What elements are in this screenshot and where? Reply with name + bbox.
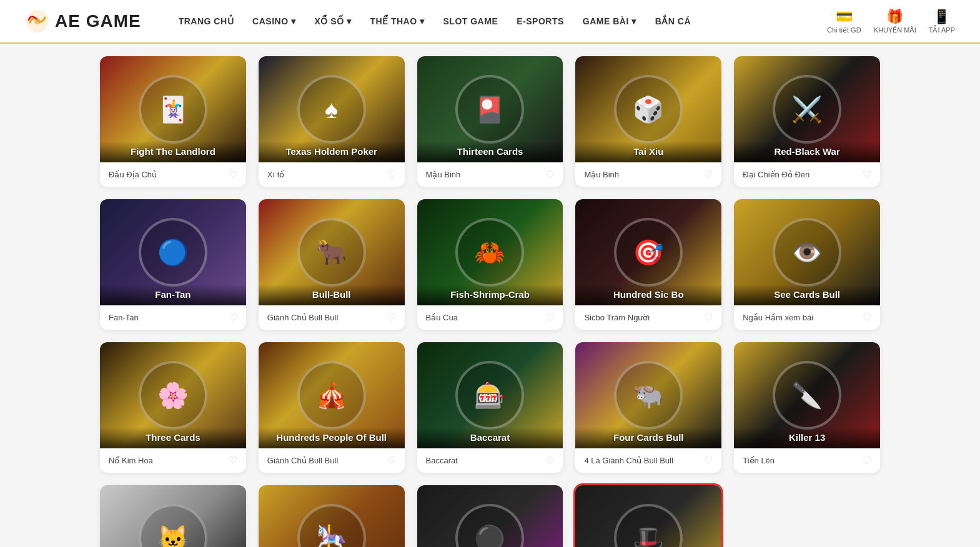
game-circle-icon: ⚔️: [773, 75, 841, 144]
game-image-label: Texas Holdem Poker: [285, 146, 377, 157]
favorite-icon[interactable]: ♡: [863, 455, 871, 466]
game-circle-icon: 👁️: [773, 218, 841, 287]
game-card-4la-gianh-chu[interactable]: 🐃 Four Cards Bull 4 Lá Giành Chủ Bull Bu…: [575, 342, 721, 473]
game-card-image: 🐂 Bull-Bull: [259, 199, 405, 305]
favorite-icon[interactable]: ♡: [704, 312, 713, 323]
game-card-name: Fan-Tan: [109, 313, 139, 322]
game-card-image: 🎰 Baccarat: [417, 342, 563, 448]
game-card-name: Đại Chiến Đỏ Đen: [743, 170, 809, 179]
game-card-ngau-ham-xem-bai[interactable]: 👁️ See Cards Bull Ngầu Hầm xem bài ♡: [734, 199, 880, 330]
main-content: 🃏 Fight The Landlord Đấu Địa Chủ ♡ ♠️ Te…: [0, 44, 980, 547]
game-circle-icon: 🔵: [139, 218, 207, 287]
game-card-name: Baccarat: [426, 456, 458, 465]
game-card-name: Đấu Địa Chủ: [109, 170, 157, 179]
header-actions: 💳 Chi tiết GD 🎁 KHUYẾN MÃI 📱 TẢI APP: [827, 9, 955, 34]
game-card-image: 🃏 Fight The Landlord: [100, 56, 246, 162]
nav-xo-so[interactable]: XỔ SỐ ▾: [314, 16, 351, 26]
game-card-xi-to[interactable]: ♠️ Texas Holdem Poker Xì tố ♡: [259, 56, 405, 187]
game-card-footer: Mậu Binh ♡: [417, 162, 563, 187]
game-card-tien-len[interactable]: 🔪 Killer 13 Tiến Lên ♡: [734, 342, 880, 473]
game-card-image: 🐃 Four Cards Bull: [575, 342, 721, 448]
logo-text: AE GAME: [55, 11, 141, 31]
game-image-label: Three Cards: [146, 432, 200, 443]
game-card-no-kim-hoa[interactable]: 🌸 Three Cards Nổ Kim Hoa ♡: [100, 342, 246, 473]
gift-icon: 🎁: [886, 9, 903, 25]
game-card-gianh-chu-bull-2[interactable]: 🎪 Hundreds People Of Bull Giành Chủ Bull…: [259, 342, 405, 473]
svg-point-1: [34, 18, 41, 24]
game-label-bar: Hundreds People Of Bull: [259, 427, 405, 448]
game-card-image: ⚫ Colored Disc: [417, 485, 563, 547]
logo-icon: [25, 9, 50, 34]
game-card-footer: Ngầu Hầm xem bài ♡: [734, 305, 880, 330]
game-circle-icon: 🎲: [614, 75, 683, 144]
nav-the-thao[interactable]: THỂ THAO ▾: [370, 16, 424, 26]
game-card-bau-cua[interactable]: 🦀 Fish-Shrimp-Crab Bầu Cua ♡: [417, 199, 563, 330]
game-card-image: 👁️ See Cards Bull: [734, 199, 880, 305]
game-card-footer: Bầu Cua ♡: [417, 305, 563, 330]
wallet-icon: 💳: [836, 9, 853, 25]
game-image-label: See Cards Bull: [774, 289, 840, 300]
phone-icon: 📱: [933, 9, 950, 25]
header: AE GAME TRANG CHỦ CASINO ▾ XỔ SỐ ▾ THỂ T…: [0, 0, 980, 44]
game-image-label: Red-Black War: [774, 146, 839, 157]
chi-tiet-gd-button[interactable]: 💳 Chi tiết GD: [827, 9, 861, 34]
game-circle-icon: 🎴: [455, 75, 524, 144]
favorite-icon[interactable]: ♡: [229, 312, 237, 323]
favorite-icon[interactable]: ♡: [387, 312, 396, 323]
nav-game-bai[interactable]: GAME BÀI ▾: [583, 16, 636, 26]
game-icon-container: 🎩: [575, 485, 721, 547]
game-card-fan-tan[interactable]: 🔵 Fan-Tan Fan-Tan ♡: [100, 199, 246, 330]
game-card-name: Giành Chủ Bull Bull: [267, 313, 339, 322]
game-card-baccarat[interactable]: 🎰 Baccarat Baccarat ♡: [417, 342, 563, 473]
favorite-icon[interactable]: ♡: [229, 169, 237, 180]
favorite-icon[interactable]: ♡: [229, 455, 237, 466]
game-circle-icon: 🎰: [455, 361, 524, 430]
tai-app-button[interactable]: 📱 TẢI APP: [929, 9, 955, 34]
game-card-bai-cao[interactable]: 🎠 Three Toy Bài Cào ♡: [259, 485, 405, 547]
game-card-dai-chien-do-den[interactable]: ⚔️ Red-Black War Đại Chiến Đỏ Đen ♡: [734, 56, 880, 187]
game-card-name: Mậu Binh: [426, 170, 461, 179]
favorite-icon[interactable]: ♡: [545, 169, 554, 180]
game-card-image: 🌸 Three Cards: [100, 342, 246, 448]
game-label-bar: Thirteen Cards: [417, 141, 563, 162]
nav-slot-game[interactable]: SLOT GAME: [443, 16, 498, 26]
nav-casino[interactable]: CASINO ▾: [252, 16, 295, 26]
favorite-icon[interactable]: ♡: [387, 455, 396, 466]
nav-e-sports[interactable]: E-SPORTS: [517, 16, 564, 26]
nav-trang-chu[interactable]: TRANG CHỦ: [179, 16, 234, 26]
game-card-sicbo-tram[interactable]: 🎯 Hundred Sic Bo Sicbo Trăm Người ♡: [575, 199, 721, 330]
game-image-label: Four Cards Bull: [613, 432, 684, 443]
game-grid: 🃏 Fight The Landlord Đấu Địa Chủ ♡ ♠️ Te…: [100, 56, 880, 547]
favorite-icon[interactable]: ♡: [863, 169, 871, 180]
game-circle-icon: 🐃: [614, 361, 683, 430]
game-circle-icon: ♠️: [297, 75, 366, 144]
favorite-icon[interactable]: ♡: [545, 312, 554, 323]
game-icon-container: 🎠: [259, 485, 405, 547]
khuyen-mai-button[interactable]: 🎁 KHUYẾN MÃI: [874, 9, 916, 34]
game-circle-icon: 🎠: [297, 504, 366, 547]
game-label-bar: Red-Black War: [734, 141, 880, 162]
game-label-bar: Tai Xiu: [575, 141, 721, 162]
favorite-icon[interactable]: ♡: [704, 455, 713, 466]
game-card-footer: Baccarat ♡: [417, 448, 563, 473]
game-image-label: Hundred Sic Bo: [613, 289, 684, 300]
game-card-gianh-chu-bull-1[interactable]: 🐂 Bull-Bull Giành Chủ Bull Bull ♡: [259, 199, 405, 330]
game-card-xi-dach[interactable]: 🎩 Black Jack Xì dách ♡: [575, 485, 721, 547]
game-card-xoc-dia[interactable]: ⚫ Colored Disc Xóc Đĩa ♡: [417, 485, 563, 547]
favorite-icon[interactable]: ♡: [863, 312, 871, 323]
favorite-icon[interactable]: ♡: [387, 169, 396, 180]
game-circle-icon: 🃏: [139, 75, 207, 144]
game-card-footer: Fan-Tan ♡: [100, 305, 246, 330]
game-card-cat-te[interactable]: 🐱 Six Cards Cát Tê ♡: [100, 485, 246, 547]
favorite-icon[interactable]: ♡: [545, 455, 554, 466]
game-card-mau-binh-2[interactable]: 🎲 Tai Xiu Mậu Binh ♡: [575, 56, 721, 187]
game-card-image: 🎴 Thirteen Cards: [417, 56, 563, 162]
game-circle-icon: 🌸: [139, 361, 207, 430]
favorite-icon[interactable]: ♡: [704, 169, 713, 180]
game-label-bar: Baccarat: [417, 427, 563, 448]
nav-ban-ca[interactable]: BẮN CÁ: [655, 16, 691, 26]
game-label-bar: Four Cards Bull: [575, 427, 721, 448]
game-card-mau-binh-1[interactable]: 🎴 Thirteen Cards Mậu Binh ♡: [417, 56, 563, 187]
logo[interactable]: AE GAME: [25, 9, 141, 34]
game-card-dau-dia-chu[interactable]: 🃏 Fight The Landlord Đấu Địa Chủ ♡: [100, 56, 246, 187]
